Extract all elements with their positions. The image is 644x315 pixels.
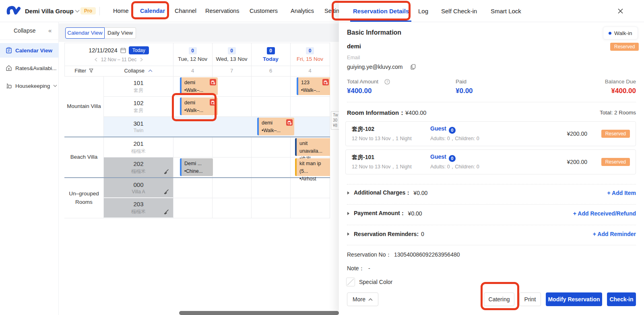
modify-reservation-button[interactable]: Modify Reservation xyxy=(546,292,602,306)
day-header-wed: 0 Wed, 13 Nov xyxy=(212,43,251,66)
total-amount-label: Total Amount xyxy=(347,79,378,85)
nav-item-home[interactable]: Home xyxy=(113,0,129,22)
collapse-label: Collapse xyxy=(124,68,144,74)
nav-item-analytics[interactable]: Analytics xyxy=(291,0,314,22)
room-cell-101[interactable]: 101 套房 xyxy=(104,77,173,96)
reservation-channel: Airhost xyxy=(299,175,328,182)
unpaid-icon xyxy=(286,119,293,126)
channel-color-bar xyxy=(295,138,297,156)
housekeeping-icon xyxy=(6,83,12,89)
day-label: Wed, 13 Nov xyxy=(216,56,248,62)
calendar-icon[interactable] xyxy=(120,48,126,53)
room-type: 榻榻米 xyxy=(131,208,146,215)
rates-house-icon xyxy=(6,65,12,71)
filter-label: Filter xyxy=(74,68,86,74)
reservation-block-101-demi[interactable]: demi Walk–... xyxy=(180,77,218,95)
room-type: 套房 xyxy=(134,87,143,94)
room-number: 202 xyxy=(133,160,143,167)
guest-count-link[interactable]: Guest0 xyxy=(430,153,456,162)
horizontal-scrollbar[interactable] xyxy=(179,311,339,315)
nav-item-channel[interactable]: Channel xyxy=(175,0,196,22)
close-icon[interactable] xyxy=(617,8,623,14)
channel-color-bar xyxy=(257,118,259,135)
tab-smart-lock[interactable]: Smart Lock xyxy=(491,0,521,22)
reservation-channel: Walk–... xyxy=(262,127,292,134)
row-value: ¥0.00 xyxy=(413,190,427,196)
active-tab-underline xyxy=(350,21,411,22)
room-cell-000[interactable]: 000 Villa A xyxy=(104,178,173,197)
day-count: 6 xyxy=(251,66,290,76)
sidebar-item-calendar-view[interactable]: Calendar View xyxy=(0,43,59,58)
reservation-block-301-demi[interactable]: demi Walk–... xyxy=(257,118,294,135)
add-item-link[interactable]: + Add Item xyxy=(607,190,636,196)
prev-range-icon[interactable] xyxy=(95,58,97,62)
guest-count-link[interactable]: Guest0 xyxy=(430,125,456,134)
date-picker-value[interactable]: 12/11/2024 xyxy=(89,47,118,54)
room-cell-102[interactable]: 102 套房 xyxy=(104,97,173,116)
room-cell-203[interactable]: 203 榻榻米 xyxy=(104,198,173,218)
room-card-102[interactable]: 套房-102 Guest0 12 Nov to 13 Nov，1 Night A… xyxy=(345,121,636,146)
brand-name[interactable]: Demi Villa Group xyxy=(25,0,74,22)
reservation-block-201-unit[interactable]: unit unavaila... 途家 xyxy=(295,138,330,156)
row-label: Additional Charges： xyxy=(354,189,411,197)
group-mountain-villa: Mountain Villa xyxy=(64,77,103,137)
special-color-label: Special Color xyxy=(359,279,392,285)
reservation-block-102-demi[interactable]: demi Walk–... xyxy=(180,97,218,115)
reservation-block-101-123[interactable]: 123 Walk–... xyxy=(297,77,330,95)
nav-item-customers[interactable]: Customers xyxy=(250,0,278,22)
paid-label: Paid xyxy=(456,79,466,85)
guest-count-badge: 0 xyxy=(449,127,456,134)
sidebar-item-label: Rates&Availabi... xyxy=(15,65,57,71)
room-cell-201[interactable]: 201 榻榻米 xyxy=(104,137,173,157)
day-label: Tue, 12 Nov xyxy=(178,56,207,62)
sidebar-item-housekeeping[interactable]: Housekeeping xyxy=(0,79,59,93)
tab-log[interactable]: Log xyxy=(418,0,428,22)
print-button[interactable]: Print xyxy=(519,292,541,306)
additional-charges-row[interactable]: Additional Charges： ¥0.00 + Add Item xyxy=(347,188,636,198)
reservation-channel: Chine... xyxy=(184,168,211,175)
today-button[interactable]: Today xyxy=(129,46,149,54)
collapse-rooms-button[interactable]: Collapse xyxy=(103,66,173,76)
paid-value: ¥0.00 xyxy=(456,87,473,95)
add-received-refund-link[interactable]: + Add Received/Refund xyxy=(573,210,636,217)
note-label: Note： xyxy=(347,265,365,272)
total-amount-value: ¥400.00 xyxy=(347,87,372,95)
room-cell-202[interactable]: 202 榻榻米 xyxy=(104,158,173,177)
filter-button[interactable]: Filter xyxy=(64,66,103,76)
reservation-channel: Walk–... xyxy=(184,107,215,114)
room-card-101[interactable]: 套房-101 Guest0 12 Nov to 13 Nov，1 Night A… xyxy=(345,149,636,174)
room-cell-301[interactable]: 301 Twin xyxy=(104,117,173,137)
chevron-down-icon xyxy=(53,85,57,87)
availability-badge: 0 xyxy=(306,47,314,54)
check-in-button[interactable]: Check-in xyxy=(607,292,636,306)
add-reminder-link[interactable]: + Add Reminder xyxy=(593,231,636,237)
tab-reservation-details[interactable]: Reservation Details xyxy=(353,0,409,22)
info-question-icon[interactable]: ? xyxy=(384,79,390,85)
guest-label: Guest xyxy=(430,125,446,132)
special-color-checkbox[interactable] xyxy=(346,278,355,286)
section-basic-information: Basic Information xyxy=(347,29,401,36)
reservation-reminders-row[interactable]: Reservation Reminders: 0 + Add Reminder xyxy=(347,229,636,239)
reservation-guest: Demi ... xyxy=(184,160,211,168)
balance-due-value: ¥400.00 xyxy=(611,87,636,95)
tab-daily-view[interactable]: Daily View xyxy=(105,27,136,39)
nav-item-calendar[interactable]: Calendar xyxy=(140,0,165,22)
availability-badge: 0 xyxy=(228,47,236,54)
catering-button[interactable]: Catering xyxy=(484,292,514,306)
nav-item-reservations[interactable]: Reservations xyxy=(205,0,239,22)
channel-color-bar xyxy=(180,97,182,115)
tab-calendar-view[interactable]: Calendar View xyxy=(65,27,105,39)
reservation-block-202-demi[interactable]: Demi ... Chine... xyxy=(180,158,213,176)
sidebar-item-label: Housekeeping xyxy=(15,83,50,89)
reservation-block-202-kitman[interactable]: kit man ip (5... Airhost xyxy=(295,158,330,176)
payment-amount-row[interactable]: Payment Amount： ¥0.00 + Add Received/Ref… xyxy=(347,209,636,218)
more-button[interactable]: More xyxy=(347,292,378,306)
copy-icon[interactable] xyxy=(411,64,416,70)
room-card-status-badge: Reserved xyxy=(601,158,630,166)
sidebar-item-rates[interactable]: Rates&Availabi... xyxy=(0,61,59,75)
guest-name: demi xyxy=(347,43,361,50)
next-range-icon[interactable] xyxy=(140,58,143,62)
sidebar-collapse-button[interactable]: Collapse « xyxy=(0,22,59,40)
broom-icon xyxy=(163,209,169,215)
tab-self-check-in[interactable]: Self Check-in xyxy=(441,0,477,22)
